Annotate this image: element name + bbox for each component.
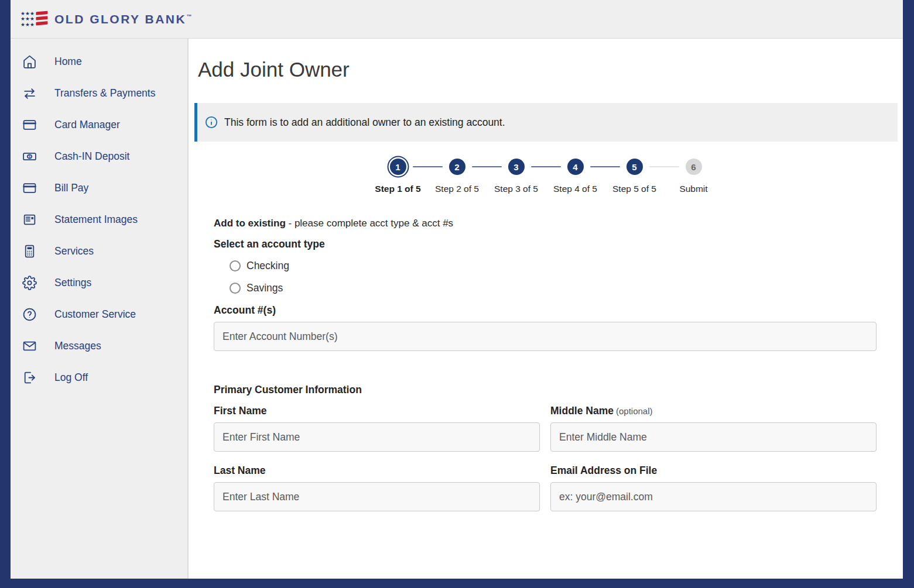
sidebar-item-label: Bill Pay [54, 182, 88, 194]
info-icon [205, 116, 218, 129]
sidebar-item-label: Statement Images [54, 214, 138, 226]
sidebar-item-label: Transfers & Payments [54, 87, 155, 99]
account-number-label: Account #(s) [214, 304, 877, 317]
sidebar-item-label: Messages [54, 340, 101, 352]
sidebar-item-label: Cash-IN Deposit [54, 150, 129, 163]
radio-option-savings[interactable]: Savings [230, 282, 877, 294]
sidebar-item-label: Services [54, 245, 94, 257]
trademark-symbol: ™ [186, 13, 191, 19]
svg-text:★: ★ [20, 10, 25, 16]
banknote-icon: $ [22, 149, 37, 164]
add-to-existing-instruction: Add to existing - please complete acct t… [214, 218, 877, 229]
sidebar-item-label: Card Manager [54, 119, 120, 131]
last-name-input[interactable] [214, 482, 540, 511]
account-number-block: Account #(s) [214, 304, 877, 351]
account-type-label: Select an account type [214, 238, 877, 250]
step-circle-6[interactable]: 6 [686, 159, 702, 175]
step-connector [531, 166, 561, 167]
first-name-input[interactable] [214, 422, 540, 452]
sidebar-item-label: Customer Service [54, 308, 136, 321]
calculator-icon [22, 244, 37, 259]
step-label-1: Step 1 of 5 [368, 184, 427, 194]
sidebar-item-messages[interactable]: Messages [11, 330, 187, 362]
newspaper-icon [22, 212, 37, 227]
step-circle-4[interactable]: 4 [567, 159, 584, 175]
savings-radio-label: Savings [247, 282, 283, 294]
checking-radio-label: Checking [247, 260, 289, 272]
gear-icon [22, 276, 37, 290]
sidebar-item-settings[interactable]: Settings [11, 267, 187, 298]
svg-text:$: $ [28, 154, 31, 159]
sidebar-item-services[interactable]: Services [11, 235, 187, 267]
progress-stepper: 1 2 3 4 5 6 Step 1 of 5 Step 2 of 5 Step… [189, 159, 903, 194]
account-number-input[interactable] [214, 322, 877, 351]
page-title: Add Joint Owner [198, 58, 903, 81]
top-header: ★★★ ★★★ ★★★ OLD GLORY BANK™ [11, 0, 903, 39]
app-window: ★★★ ★★★ ★★★ OLD GLORY BANK™ Home [11, 0, 903, 579]
sidebar-item-home[interactable]: Home [11, 46, 187, 77]
step-label-submit: Submit [664, 184, 723, 194]
email-field-group: Email Address on File [550, 465, 877, 511]
step-circle-1[interactable]: 1 [390, 159, 406, 175]
sidebar-item-label: Home [54, 56, 82, 68]
add-to-existing-bold: Add to existing [214, 218, 286, 229]
step-circle-3[interactable]: 3 [508, 159, 525, 175]
svg-text:★: ★ [25, 10, 30, 16]
main-content: Add Joint Owner This form is to add an a… [189, 39, 903, 579]
sidebar-item-cash-in-deposit[interactable]: $ Cash-IN Deposit [11, 140, 187, 172]
step-connector [590, 166, 620, 167]
svg-text:★: ★ [30, 10, 35, 16]
svg-text:★: ★ [20, 22, 25, 27]
sidebar-item-transfers-payments[interactable]: Transfers & Payments [11, 77, 187, 109]
sidebar-item-card-manager[interactable]: Card Manager [11, 109, 187, 140]
bank-name: OLD GLORY BANK™ [54, 12, 191, 26]
svg-text:★: ★ [20, 16, 25, 22]
sidebar-item-bill-pay[interactable]: Bill Pay [11, 172, 187, 204]
checking-radio-button[interactable] [230, 260, 241, 271]
sidebar-item-statement-images[interactable]: Statement Images [11, 204, 187, 235]
log-out-icon [22, 370, 37, 385]
sidebar-item-log-off[interactable]: Log Off [11, 362, 187, 393]
middle-name-label: Middle Name(optional) [550, 405, 877, 417]
sidebar-item-label: Settings [54, 277, 91, 289]
step-circle-5[interactable]: 5 [627, 159, 643, 175]
transfer-arrows-icon [22, 86, 37, 101]
sidebar-nav: Home Transfers & Payments Card Manager $… [11, 39, 189, 579]
first-name-label: First Name [214, 405, 540, 417]
step-label-5: Step 5 of 5 [605, 184, 664, 194]
envelope-icon [22, 339, 37, 353]
step-connector [472, 166, 502, 167]
primary-customer-section: Primary Customer Information First Name … [214, 384, 877, 511]
account-type-radio-group: Checking Savings [230, 260, 877, 294]
step-label-2: Step 2 of 5 [427, 184, 487, 194]
flag-logo-icon: ★★★ ★★★ ★★★ [20, 9, 49, 29]
svg-text:★: ★ [25, 22, 30, 27]
credit-card-icon [22, 181, 37, 195]
bank-logo[interactable]: ★★★ ★★★ ★★★ OLD GLORY BANK™ [20, 9, 191, 29]
add-joint-owner-form: Add to existing - please complete acct t… [214, 218, 877, 511]
email-input[interactable] [550, 482, 877, 511]
first-name-field-group: First Name [214, 405, 540, 452]
svg-text:★: ★ [25, 16, 30, 22]
primary-customer-title: Primary Customer Information [214, 384, 877, 396]
sidebar-item-customer-service[interactable]: Customer Service [11, 298, 187, 330]
savings-radio-button[interactable] [230, 283, 241, 294]
sidebar-item-label: Log Off [54, 372, 88, 384]
info-banner: This form is to add an additional owner … [194, 103, 898, 142]
middle-name-field-group: Middle Name(optional) [550, 405, 877, 452]
step-connector [649, 166, 679, 167]
middle-name-input[interactable] [550, 422, 877, 452]
question-circle-icon [22, 307, 37, 322]
step-circle-2[interactable]: 2 [449, 159, 465, 175]
radio-option-checking[interactable]: Checking [230, 260, 877, 272]
email-label: Email Address on File [550, 465, 877, 477]
svg-text:★: ★ [30, 16, 35, 22]
last-name-field-group: Last Name [214, 465, 540, 511]
step-connector [413, 166, 443, 167]
info-banner-text: This form is to add an additional owner … [224, 116, 505, 129]
svg-text:★: ★ [30, 22, 35, 27]
optional-note: (optional) [616, 406, 653, 416]
step-label-3: Step 3 of 5 [487, 184, 546, 194]
home-icon [22, 54, 37, 69]
last-name-label: Last Name [214, 465, 540, 477]
